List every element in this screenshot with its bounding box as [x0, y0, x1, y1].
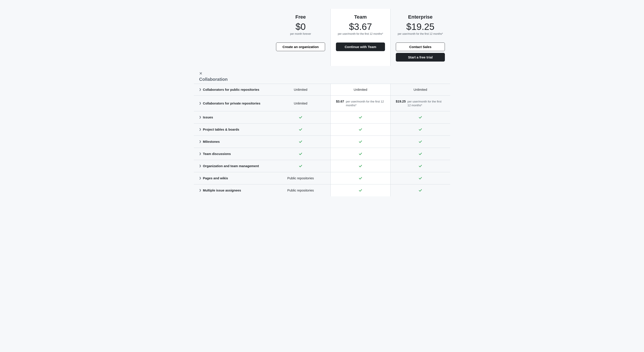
- enterprise-cell: Unlimited: [390, 84, 450, 95]
- team-cell: [330, 135, 390, 148]
- free-cell: [271, 123, 330, 135]
- feature-label-cell: ❯ Multiple issue assignees: [194, 184, 271, 196]
- chevron-right-icon: ❯: [199, 152, 201, 155]
- team-plan-header: Team $3.67 per user/month for the first …: [330, 9, 390, 66]
- free-cell: [271, 135, 330, 148]
- enterprise-plan-price-note: per user/month for the first 12 months*: [396, 32, 445, 39]
- table-row: ❯ Collaborators for public repositories …: [194, 84, 450, 95]
- team-cell: Unlimited: [330, 84, 390, 95]
- feature-label-text: Organization and team management: [203, 164, 259, 168]
- table-row: ❯ Issues: [194, 111, 450, 123]
- price-amount: $19.25: [396, 100, 406, 103]
- chevron-right-icon: ❯: [199, 128, 201, 131]
- price-detail: per user/month for the first 12 months*: [408, 100, 445, 107]
- feature-label[interactable]: ❯ Organization and team management: [199, 164, 266, 168]
- feature-label-cell: ❯ Issues: [194, 111, 271, 123]
- feature-label[interactable]: ❯ Team discussions: [199, 152, 266, 156]
- team-cell: [330, 148, 390, 160]
- free-cell: [271, 148, 330, 160]
- enterprise-cell: [390, 135, 450, 148]
- feature-label-text: Collaborators for public repositories: [203, 88, 259, 91]
- feature-label-cell: ❯ Collaborators for private repositories: [194, 95, 271, 111]
- feature-label[interactable]: ❯ Collaborators for public repositories: [199, 88, 266, 91]
- check-icon: [336, 115, 385, 119]
- table-row: ❯ Milestones: [194, 135, 450, 148]
- feature-label[interactable]: ❯ Project tables & boards: [199, 128, 266, 131]
- feature-label[interactable]: ❯ Milestones: [199, 140, 266, 143]
- team-cell: [330, 184, 390, 196]
- chevron-right-icon: ❯: [199, 164, 201, 167]
- continue-team-button[interactable]: Continue with Team: [336, 43, 385, 51]
- chevron-right-icon: ❯: [199, 189, 201, 192]
- enterprise-cell: [390, 172, 450, 184]
- feature-label-cell: ❯ Collaborators for public repositories: [194, 84, 271, 95]
- team-cell: [330, 160, 390, 172]
- check-icon: [396, 115, 445, 119]
- enterprise-cell: $19.25 per user/month for the first 12 m…: [390, 95, 450, 111]
- feature-label-text: Milestones: [203, 140, 220, 143]
- team-cell: $3.67 per user/month for the first 12 mo…: [330, 95, 390, 111]
- table-row: ❯ Organization and team management: [194, 160, 450, 172]
- pricing-container: Free $0 per month forever Create an orga…: [190, 0, 454, 205]
- check-icon: [276, 115, 325, 119]
- free-plan-name: Free: [276, 14, 325, 20]
- team-plan-price-note: per user/month for the first 12 months*: [336, 32, 385, 39]
- free-plan-price-note: per month forever: [276, 32, 325, 39]
- feature-label[interactable]: ❯ Multiple issue assignees: [199, 189, 266, 192]
- team-cell: [330, 172, 390, 184]
- chevron-right-icon: ❯: [199, 140, 201, 143]
- create-org-button[interactable]: Create an organization: [276, 43, 325, 51]
- team-cell: [330, 111, 390, 123]
- section-header-0: ✕ Collaboration: [194, 66, 450, 84]
- section-icon: ✕: [199, 71, 445, 76]
- feature-label[interactable]: ❯ Issues: [199, 116, 266, 119]
- check-icon: [276, 127, 325, 131]
- enterprise-plan-name: Enterprise: [396, 14, 445, 20]
- start-trial-button[interactable]: Start a free trial: [396, 53, 445, 62]
- enterprise-cell: [390, 123, 450, 135]
- feature-label[interactable]: ❯ Collaborators for private repositories: [199, 102, 266, 105]
- free-cell: [271, 111, 330, 123]
- check-icon: [396, 152, 445, 156]
- section-title-cell: ✕ Collaboration: [194, 66, 450, 84]
- feature-label[interactable]: ❯ Pages and wikis: [199, 177, 266, 180]
- plans-header-row: Free $0 per month forever Create an orga…: [194, 9, 450, 66]
- free-cell: Public repositories: [271, 172, 330, 184]
- enterprise-cell: [390, 160, 450, 172]
- features-body: ✕ Collaboration ❯ Collaborators for publ…: [194, 66, 450, 196]
- check-icon: [336, 189, 385, 192]
- contact-sales-button[interactable]: Contact Sales: [396, 43, 445, 51]
- feature-label-cell: ❯ Milestones: [194, 135, 271, 148]
- enterprise-cell: [390, 148, 450, 160]
- feature-label-text: Issues: [203, 116, 213, 119]
- feature-label-cell: ❯ Team discussions: [194, 148, 271, 160]
- table-row: ❯ Project tables & boards: [194, 123, 450, 135]
- free-cell: Public repositories: [271, 184, 330, 196]
- check-icon: [336, 164, 385, 168]
- feature-label-cell: ❯ Pages and wikis: [194, 172, 271, 184]
- check-icon: [336, 140, 385, 144]
- feature-label-cell: ❯ Project tables & boards: [194, 123, 271, 135]
- check-icon: [396, 140, 445, 144]
- price-inline: $3.67 per user/month for the first 12 mo…: [336, 100, 385, 107]
- enterprise-cell: [390, 111, 450, 123]
- feature-label-text: Multiple issue assignees: [203, 189, 241, 192]
- enterprise-cell: [390, 184, 450, 196]
- check-icon: [276, 164, 325, 168]
- check-icon: [336, 152, 385, 156]
- free-cell: Unlimited: [271, 84, 330, 95]
- team-cell: [330, 123, 390, 135]
- check-icon: [276, 152, 325, 156]
- price-detail: per user/month for the first 12 months*: [346, 100, 385, 107]
- chevron-right-icon: ❯: [199, 177, 201, 180]
- enterprise-plan-price: $19.25: [396, 22, 445, 32]
- table-row: ❯ Multiple issue assignees Public reposi…: [194, 184, 450, 196]
- check-icon: [276, 140, 325, 144]
- table-row: ❯ Pages and wikis Public repositories: [194, 172, 450, 184]
- team-plan-name: Team: [336, 14, 385, 20]
- check-icon: [396, 127, 445, 131]
- feature-label-text: Collaborators for private repositories: [203, 102, 260, 105]
- chevron-right-icon: ❯: [199, 102, 201, 105]
- check-icon: [396, 164, 445, 168]
- feature-label-text: Pages and wikis: [203, 177, 228, 180]
